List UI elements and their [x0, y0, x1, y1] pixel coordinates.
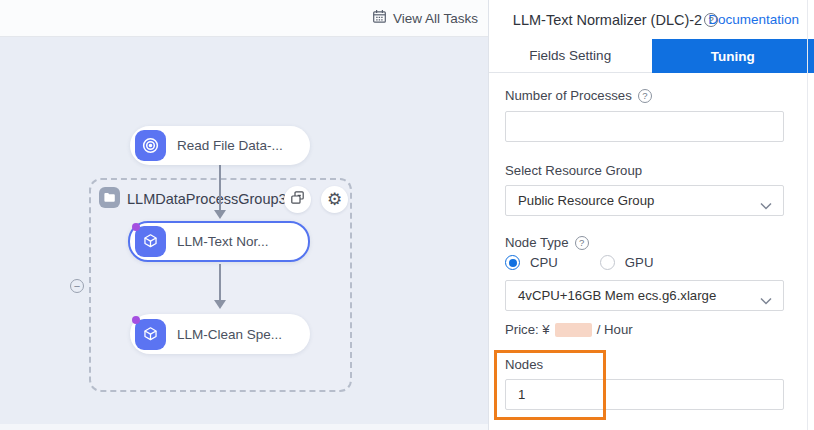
question-circle-icon[interactable]: ?	[704, 13, 718, 27]
status-dot	[132, 316, 140, 324]
panel-tabs: Fields Setting Tuning	[489, 39, 814, 73]
node-label: Read File Data-...	[177, 138, 283, 153]
node-llm-clean-special[interactable]: LLM-Clean Spe...	[130, 314, 310, 354]
gpu-radio-label[interactable]: GPU	[625, 255, 654, 270]
cube-icon	[135, 319, 166, 350]
canvas-toolbar: View All Tasks	[0, 0, 488, 37]
group-label: LLMDataProcessGroup3	[127, 191, 287, 207]
instance-type-select[interactable]: 4vCPU+16GB Mem ecs.g6.xlarge	[505, 280, 784, 311]
nodes-label-text: Nodes	[505, 357, 543, 372]
folder-icon	[99, 187, 120, 208]
resource-group-label: Select Resource Group	[505, 163, 642, 178]
price-redacted-value	[555, 323, 592, 337]
edge-normalizer-to-clean	[219, 264, 221, 300]
node-read-file-data[interactable]: Read File Data-...	[130, 126, 310, 165]
nodes-label: Nodes	[505, 357, 543, 372]
question-circle-icon[interactable]: ?	[575, 236, 589, 250]
panel-header: LLM-Text Normalizer (DLC)-2 ? Documentat…	[489, 0, 807, 39]
documentation-link[interactable]: Documentation	[708, 12, 799, 27]
node-llm-text-normalizer[interactable]: LLM-Text Nor...	[128, 221, 310, 262]
node-label: LLM-Text Nor...	[177, 234, 269, 249]
processes-label: Number of Processes	[505, 88, 632, 103]
view-all-tasks-button[interactable]: View All Tasks	[372, 9, 478, 27]
panel-right-edge	[807, 0, 808, 430]
node-type-label-row: Node Type ?	[505, 235, 589, 250]
nodes-input[interactable]	[505, 379, 784, 410]
price-suffix: / Hour	[597, 322, 633, 337]
ungroup-icon	[290, 190, 305, 209]
gear-icon: ⚙	[327, 191, 342, 208]
settings-panel: LLM-Text Normalizer (DLC)-2 ? Documentat…	[489, 0, 814, 430]
ungroup-button[interactable]	[284, 186, 311, 213]
calendar-icon	[372, 9, 387, 27]
target-icon	[135, 130, 166, 161]
edge-read-to-normalizer	[219, 165, 221, 210]
resource-group-label-text: Select Resource Group	[505, 163, 642, 178]
cpu-radio[interactable]	[505, 255, 520, 270]
collapse-group-button[interactable]: −	[70, 279, 84, 293]
question-circle-icon[interactable]: ?	[638, 89, 652, 103]
panel-title: LLM-Text Normalizer (DLC)-2	[513, 12, 702, 28]
group-settings-button[interactable]: ⚙	[321, 186, 348, 213]
processes-input[interactable]	[505, 111, 784, 142]
node-type-radio-group: CPU GPU	[505, 255, 653, 270]
processes-label-row: Number of Processes ?	[505, 88, 652, 103]
workflow-canvas[interactable]: View All Tasks LLMDataProcessGroup3 ⚙	[0, 0, 489, 430]
resource-group-select[interactable]: Public Resource Group	[505, 185, 784, 216]
node-label: LLM-Clean Spe...	[177, 327, 282, 342]
tab-tuning[interactable]: Tuning	[652, 39, 814, 73]
chevron-down-icon	[760, 198, 772, 213]
node-type-label: Node Type	[505, 235, 569, 250]
price-row: Price: ¥ / Hour	[505, 322, 633, 337]
arrowhead-icon	[214, 210, 226, 219]
app-window: View All Tasks LLMDataProcessGroup3 ⚙	[0, 0, 814, 430]
gpu-radio[interactable]	[600, 255, 615, 270]
cpu-radio-label[interactable]: CPU	[530, 255, 558, 270]
view-all-tasks-label: View All Tasks	[393, 11, 478, 26]
arrowhead-icon	[214, 300, 226, 309]
tab-fields-setting[interactable]: Fields Setting	[489, 39, 652, 73]
status-dot	[132, 223, 140, 231]
resource-group-value: Public Resource Group	[518, 193, 654, 208]
canvas-bottom-strip	[0, 424, 488, 430]
cube-icon	[135, 226, 166, 257]
instance-type-value: 4vCPU+16GB Mem ecs.g6.xlarge	[518, 288, 716, 303]
chevron-down-icon	[760, 293, 772, 308]
price-prefix: Price: ¥	[505, 322, 550, 337]
